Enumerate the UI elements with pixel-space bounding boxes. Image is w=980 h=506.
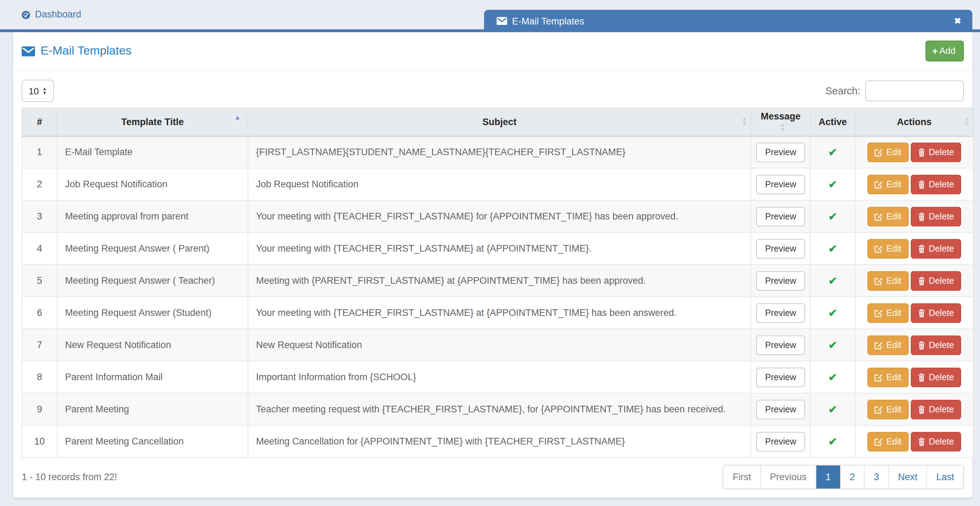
edit-pencil-icon [874, 180, 883, 188]
preview-button[interactable]: Preview [756, 174, 805, 194]
subject-cell: Meeting Cancellation for {APPOINTMENT_TI… [248, 425, 751, 457]
header-subject[interactable]: Subject ▲▼ [248, 108, 751, 136]
preview-button[interactable]: Preview [756, 271, 805, 290]
edit-button[interactable]: Edit [867, 174, 908, 194]
row-number: 10 [22, 425, 57, 457]
card-header: E-Mail Templates +Add [13, 32, 972, 71]
edit-pencil-icon [874, 309, 883, 317]
preview-button[interactable]: Preview [756, 239, 805, 258]
delete-button[interactable]: Delete [910, 143, 961, 162]
template-title-cell: E-Mail Template [57, 136, 248, 168]
edit-pencil-icon [874, 405, 883, 413]
table-row: 4 Meeting Request Answer ( Parent) Your … [22, 232, 974, 265]
trash-icon [917, 148, 925, 157]
add-button[interactable]: +Add [925, 41, 964, 62]
page-3[interactable]: 3 [865, 465, 889, 489]
page-last[interactable]: Last [927, 465, 963, 489]
preview-button[interactable]: Preview [756, 335, 805, 355]
row-number: 5 [22, 265, 57, 297]
delete-button[interactable]: Delete [910, 400, 961, 419]
delete-button[interactable]: Delete [910, 174, 961, 194]
tab-dashboard[interactable]: Dashboard [21, 9, 81, 19]
template-title-cell: Parent Meeting Cancellation [57, 425, 248, 457]
preview-button[interactable]: Preview [756, 400, 805, 419]
delete-button[interactable]: Delete [910, 431, 961, 451]
page-next[interactable]: Next [889, 465, 927, 489]
trash-icon [917, 405, 925, 413]
search-label: Search: [826, 85, 861, 97]
envelope-icon [22, 46, 35, 56]
search-input[interactable] [865, 80, 964, 102]
template-title-cell: Meeting Request Answer ( Parent) [57, 232, 248, 265]
preview-button[interactable]: Preview [756, 303, 805, 322]
template-title-cell: Meeting Request Answer (Student) [57, 297, 248, 329]
template-title-cell: Meeting approval from parent [57, 200, 248, 232]
delete-button[interactable]: Delete [910, 303, 961, 322]
template-title-cell: Parent Meeting [57, 393, 248, 425]
header-active[interactable]: Active [810, 108, 855, 136]
sort-icon: ▲▼ [780, 123, 785, 132]
page-previous[interactable]: Previous [761, 465, 816, 489]
page-1[interactable]: 1 [816, 465, 840, 489]
edit-button[interactable]: Edit [867, 400, 908, 419]
header-template-title[interactable]: Template Title ▲ [57, 108, 248, 136]
edit-button[interactable]: Edit [867, 431, 908, 451]
table-controls: 10 ▲▼ Search: [22, 80, 964, 102]
edit-button[interactable]: Edit [867, 303, 908, 322]
table-row: 3 Meeting approval from parent Your meet… [22, 200, 974, 232]
delete-button[interactable]: Delete [910, 271, 961, 290]
preview-button[interactable]: Preview [756, 431, 805, 451]
tab-email-templates[interactable]: E-Mail Templates ✖ [484, 10, 972, 32]
delete-button[interactable]: Delete [910, 206, 961, 226]
active-check-icon: ✔ [828, 306, 837, 318]
delete-button[interactable]: Delete [910, 335, 961, 355]
subject-cell: Meeting with {PARENT_FIRST_LASTNAME} at … [248, 265, 751, 297]
preview-button[interactable]: Preview [756, 206, 805, 226]
subject-cell: Your meeting with {TEACHER_FIRST_LASTNAM… [248, 297, 751, 329]
trash-icon [917, 309, 925, 317]
subject-cell: Your meeting with {TEACHER_FIRST_LASTNAM… [248, 200, 751, 232]
row-number: 8 [22, 361, 57, 393]
sort-icon: ▲▼ [964, 117, 969, 127]
header-index: # [22, 108, 57, 136]
preview-button[interactable]: Preview [756, 143, 805, 162]
template-title-cell: New Request Notification [57, 329, 248, 361]
edit-button[interactable]: Edit [867, 206, 908, 226]
edit-pencil-icon [874, 373, 883, 381]
page-size-select[interactable]: 10 ▲▼ [22, 80, 54, 102]
table-row: 6 Meeting Request Answer (Student) Your … [22, 297, 974, 329]
delete-button[interactable]: Delete [910, 367, 961, 387]
close-tab-icon[interactable]: ✖ [954, 16, 961, 26]
subject-cell: {FIRST_LASTNAME}{STUDENT_NAME_LASTNAME}{… [248, 136, 751, 168]
edit-button[interactable]: Edit [867, 367, 908, 387]
delete-button[interactable]: Delete [910, 239, 961, 258]
edit-button[interactable]: Edit [867, 143, 908, 162]
table-row: 2 Job Request Notification Job Request N… [22, 168, 974, 200]
dashboard-gauge-icon [21, 10, 31, 19]
header-message[interactable]: Message ▲▼ [751, 108, 810, 136]
row-number: 7 [22, 329, 57, 361]
active-check-icon: ✔ [828, 371, 837, 383]
subject-cell: Important Information from {SCHOOL} [248, 361, 751, 393]
sort-ascending-icon: ▲ [234, 114, 241, 121]
table-header-row: # Template Title ▲ Subject ▲▼ Message ▲▼ [22, 108, 974, 136]
table-row: 10 Parent Meeting Cancellation Meeting C… [22, 425, 974, 457]
preview-button[interactable]: Preview [756, 367, 805, 387]
page-2[interactable]: 2 [840, 465, 865, 489]
active-check-icon: ✔ [828, 274, 837, 286]
trash-icon [917, 212, 925, 220]
spinner-arrows-icon: ▲▼ [42, 87, 47, 95]
header-actions[interactable]: Actions ▲▼ [855, 108, 974, 136]
edit-button[interactable]: Edit [867, 335, 908, 355]
page: Dashboard E-Mail Templates ✖ [0, 0, 980, 506]
edit-pencil-icon [874, 276, 883, 285]
edit-button[interactable]: Edit [867, 271, 908, 290]
envelope-icon [496, 17, 507, 25]
edit-button[interactable]: Edit [867, 239, 908, 258]
trash-icon [917, 276, 925, 285]
subject-cell: Teacher meeting request with {TEACHER_FI… [248, 393, 751, 425]
table-row: 1 E-Mail Template {FIRST_LASTNAME}{STUDE… [22, 136, 974, 168]
tab-email-templates-label: E-Mail Templates [512, 16, 584, 26]
card-footer: 1 - 10 records from 22! FirstPrevious123… [22, 465, 964, 489]
page-first[interactable]: First [724, 465, 761, 489]
